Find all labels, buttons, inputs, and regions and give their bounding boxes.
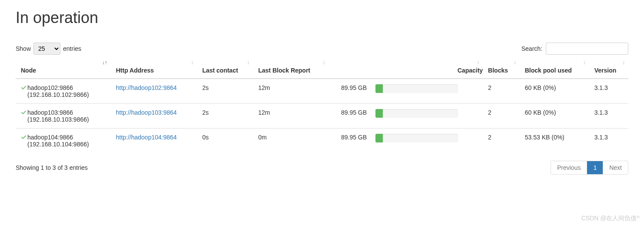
col-version[interactable]: Version [589, 63, 628, 79]
capacity-progress [375, 84, 458, 93]
capacity-progress-bar [375, 109, 383, 118]
search-label: Search: [521, 45, 542, 52]
node-name: hadoop102:9866 [27, 84, 89, 91]
last-contact: 2s [197, 79, 253, 104]
capacity-progress-bar [375, 134, 383, 142]
check-icon [21, 110, 27, 117]
col-capacity[interactable]: Capacity [329, 63, 483, 79]
blocks: 2 [483, 104, 520, 129]
page-length-select[interactable]: 25 [33, 43, 60, 55]
col-last-block[interactable]: Last Block Report [253, 63, 329, 79]
table-row: hadoop102:9866 (192.168.10.102:9866) htt… [16, 79, 628, 104]
pagination: Previous 1 Next [551, 161, 628, 175]
block-pool-used: 60 KB (0%) [520, 104, 589, 129]
block-pool-used: 60 KB (0%) [520, 79, 589, 104]
node-name: hadoop104:9866 [27, 134, 89, 141]
blocks: 2 [483, 79, 520, 104]
http-address-link[interactable]: http://hadoop104:9864 [116, 134, 177, 141]
version: 3.1.3 [589, 129, 628, 153]
block-pool-used: 53.53 KB (0%) [520, 129, 589, 153]
search-control: Search: [521, 43, 628, 55]
col-blocks[interactable]: Blocks [483, 63, 520, 79]
previous-button[interactable]: Previous [551, 161, 587, 174]
node-ip: (192.168.10.104:9866) [27, 141, 89, 148]
length-control: Show 25 entries [16, 43, 81, 55]
table-info: Showing 1 to 3 of 3 entries [16, 164, 88, 171]
version: 3.1.3 [589, 79, 628, 104]
http-address-link[interactable]: http://hadoop102:9864 [116, 84, 177, 91]
last-block-report: 0m [253, 129, 329, 153]
search-input[interactable] [546, 43, 628, 55]
node-ip: (192.168.10.103:9866) [27, 116, 89, 123]
capacity-text: 89.95 GB [341, 84, 367, 91]
col-last-contact[interactable]: Last contact [197, 63, 253, 79]
last-block-report: 12m [253, 104, 329, 129]
table-row: hadoop104:9866 (192.168.10.104:9866) htt… [16, 129, 628, 153]
col-block-pool[interactable]: Block pool used [520, 63, 589, 79]
page-title: In operation [16, 9, 628, 27]
capacity-progress [375, 134, 458, 142]
last-block-report: 12m [253, 79, 329, 104]
version: 3.1.3 [589, 104, 628, 129]
http-address-link[interactable]: http://hadoop103:9864 [116, 109, 177, 116]
entries-label: entries [63, 45, 81, 52]
last-contact: 0s [197, 129, 253, 153]
capacity-progress [375, 109, 458, 118]
last-contact: 2s [197, 104, 253, 129]
node-ip: (192.168.10.102:9866) [27, 91, 89, 98]
check-icon [21, 85, 27, 92]
next-button[interactable]: Next [603, 161, 628, 174]
page-1-button[interactable]: 1 [587, 161, 603, 174]
col-http[interactable]: Http Address [111, 63, 197, 79]
capacity-progress-bar [375, 84, 383, 93]
datanodes-table: ↓↑ ↕ ↕ ↕ ↕ ↕ ↕ ↕ Node Http Address Last … [16, 63, 628, 153]
blocks: 2 [483, 129, 520, 153]
table-row: hadoop103:9866 (192.168.10.103:9866) htt… [16, 104, 628, 129]
node-name: hadoop103:9866 [27, 109, 89, 116]
show-label: Show [16, 45, 31, 52]
capacity-text: 89.95 GB [341, 134, 367, 141]
col-node[interactable]: Node [16, 63, 111, 79]
check-icon [21, 135, 27, 142]
capacity-text: 89.95 GB [341, 109, 367, 116]
